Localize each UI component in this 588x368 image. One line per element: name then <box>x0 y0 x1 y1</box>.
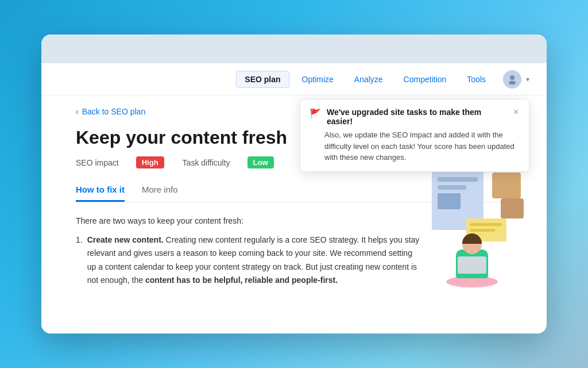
list-number: 1. <box>76 233 83 286</box>
task-difficulty-badge: Low <box>247 156 274 168</box>
task-difficulty-label: Task difficulty <box>183 158 230 167</box>
seo-impact-label: SEO impact <box>76 158 119 167</box>
illus-note-line1 <box>470 223 502 226</box>
illus-person <box>446 230 498 288</box>
svg-point-0 <box>510 75 514 80</box>
nav-bar: SEO plan Optimize Analyze Competition To… <box>41 63 547 95</box>
list-bold: Create new content. <box>87 235 164 244</box>
window-header <box>41 34 547 63</box>
avatar[interactable] <box>503 70 521 89</box>
list-text: Create new content. Creating new content… <box>87 233 420 286</box>
notification-flag-icon: 🚩 <box>310 108 321 119</box>
illus-doc-line1 <box>438 177 478 182</box>
intro-text: There are two ways to keep your content … <box>76 216 420 225</box>
notification-body: Also, we update the SEO impact and added… <box>310 129 519 163</box>
tab-optimize[interactable]: Optimize <box>294 71 342 87</box>
list-item: 1. Create new content. Creating new cont… <box>76 233 420 286</box>
nav-chevron-icon: ▾ <box>526 75 529 83</box>
svg-point-1 <box>509 80 516 85</box>
tab-seo-plan[interactable]: SEO plan <box>236 71 289 88</box>
illus-hair <box>462 233 482 244</box>
tab-analyze[interactable]: Analyze <box>346 71 391 87</box>
illus-box2 <box>501 198 524 218</box>
illus-doc-rect <box>438 193 461 209</box>
app-window: SEO plan Optimize Analyze Competition To… <box>41 34 547 334</box>
seo-impact-badge: High <box>136 156 164 168</box>
illus-laptop <box>458 256 486 274</box>
illus-doc-line2 <box>438 185 466 190</box>
back-chevron-icon: ‹ <box>76 107 79 116</box>
content-area: There are two ways to keep your content … <box>76 216 420 286</box>
list-bold-end: content has to be helpful, reliable and … <box>145 275 338 285</box>
main-content: SEO plan Optimize Analyze Competition To… <box>41 63 547 334</box>
notification-close-button[interactable]: × <box>513 108 519 117</box>
illus-box1 <box>492 172 521 198</box>
notification-title: We've upgraded site tasks to make them e… <box>327 108 508 126</box>
illustration <box>420 167 524 282</box>
tab-competition[interactable]: Competition <box>396 71 455 87</box>
notification-banner: 🚩 We've upgraded site tasks to make them… <box>300 99 529 172</box>
tab-more-info[interactable]: More info <box>142 185 178 202</box>
notification-header: 🚩 We've upgraded site tasks to make them… <box>310 108 519 126</box>
back-link-label[interactable]: Back to SEO plan <box>82 107 146 116</box>
content-list: 1. Create new content. Creating new cont… <box>76 233 420 286</box>
tab-how-to-fix[interactable]: How to fix it <box>76 185 125 202</box>
tab-tools[interactable]: Tools <box>459 71 494 87</box>
